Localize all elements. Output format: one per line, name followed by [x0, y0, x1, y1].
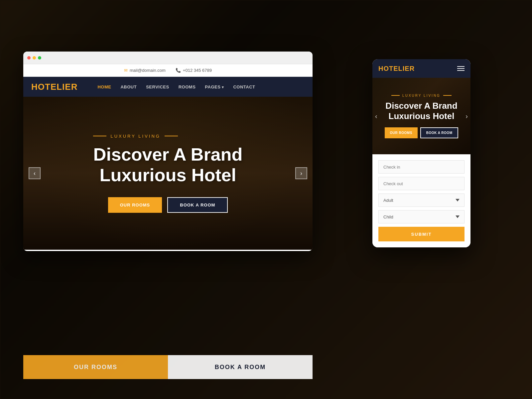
mobile-hero: ‹ LUXURY LIVING Discover A Brand Luxurio…: [372, 78, 470, 154]
bottom-our-rooms-label: OUR ROOMS: [74, 364, 117, 371]
mobile-carousel-prev[interactable]: ‹: [375, 112, 377, 120]
submit-button[interactable]: SUBMIT: [378, 227, 465, 241]
mobile-title-line2: Luxurious Hotel: [389, 111, 455, 121]
mobile-navbar: HOTELIER: [372, 59, 470, 78]
email-info: ✉ mail@domain.com: [124, 68, 166, 73]
browser-close-dot[interactable]: [27, 56, 31, 60]
desktop-browser-window: ✉ mail@domain.com 📞 +012 345 6789 HOTELI…: [23, 52, 313, 251]
hamburger-line-1: [457, 66, 465, 67]
nav-home[interactable]: HOME: [97, 84, 111, 89]
adult-select-wrap: Adult 1 Adult 2 Adults 3 Adults: [378, 194, 465, 207]
hero-title-line1: Discover A Brand: [93, 144, 242, 164]
hero-our-rooms-button[interactable]: OUR ROOMS: [108, 197, 162, 213]
bottom-our-rooms-button[interactable]: OUR ROOMS: [23, 355, 168, 379]
bottom-book-room-button[interactable]: BOOK A ROOM: [168, 355, 313, 379]
phone-text: +012 345 6789: [183, 68, 212, 73]
mobile-hero-title: Discover A Brand Luxurious Hotel: [385, 101, 457, 121]
mail-icon: ✉: [124, 68, 128, 73]
hero-buttons: OUR ROOMS BOOK A ROOM: [93, 197, 242, 213]
hero-title-line2: Luxurious Hotel: [99, 165, 236, 185]
child-select-wrap: Child 1 Child 2 Children: [378, 210, 465, 223]
scene-container: ✉ mail@domain.com 📞 +012 345 6789 HOTELI…: [0, 0, 532, 399]
checkout-input[interactable]: [378, 177, 465, 190]
carousel-prev-arrow[interactable]: ‹: [29, 167, 41, 179]
browser-minimize-dot[interactable]: [33, 56, 36, 60]
mobile-logo[interactable]: HOTELIER: [378, 65, 415, 72]
nav-about[interactable]: ABOUT: [120, 84, 137, 89]
mobile-our-rooms-button[interactable]: OUR ROOMS: [385, 127, 418, 138]
phone-info: 📞 +012 345 6789: [176, 68, 212, 73]
browser-maximize-dot[interactable]: [38, 56, 41, 60]
phone-icon: 📞: [176, 68, 181, 73]
booking-form: Adult 1 Adult 2 Adults 3 Adults Child 1 …: [372, 154, 470, 247]
mobile-hero-buttons: OUR ROOMS BOOK A ROOM: [385, 127, 459, 138]
nav-pages[interactable]: PAGES: [205, 84, 224, 89]
hero-title: Discover A Brand Luxurious Hotel: [93, 144, 242, 185]
email-text: mail@domain.com: [130, 68, 166, 73]
adult-select[interactable]: Adult 1 Adult 2 Adults 3 Adults: [378, 194, 465, 207]
bottom-book-room-label: BOOK A ROOM: [215, 364, 266, 371]
desktop-bottom-buttons: OUR ROOMS BOOK A ROOM: [23, 355, 313, 379]
checkin-input[interactable]: [378, 160, 465, 174]
nav-services[interactable]: SERVICES: [146, 84, 169, 89]
info-bar: ✉ mail@domain.com 📞 +012 345 6789: [23, 64, 313, 77]
hero-content: LUXURY LIVING Discover A Brand Luxurious…: [93, 134, 242, 213]
nav-rooms[interactable]: ROOMS: [179, 84, 196, 89]
hero-book-room-button[interactable]: BOOK A ROOM: [167, 197, 228, 213]
child-select[interactable]: Child 1 Child 2 Children: [378, 210, 465, 223]
mobile-book-room-button[interactable]: BOOK A ROOM: [420, 127, 459, 138]
hamburger-line-2: [457, 68, 465, 69]
mobile-hero-subtitle: LUXURY LIVING: [391, 94, 452, 97]
hamburger-line-3: [457, 70, 465, 71]
carousel-next-arrow[interactable]: ›: [295, 167, 307, 179]
desktop-navbar: HOTELIER HOME ABOUT SERVICES ROOMS PAGES…: [23, 77, 313, 97]
mobile-browser-window: HOTELIER ‹ LUXURY LIVING Discover A Bran…: [372, 59, 470, 247]
desktop-hero: ‹ LUXURY LIVING Discover A Brand Luxurio…: [23, 97, 313, 250]
browser-chrome-bar: [23, 52, 313, 64]
desktop-logo[interactable]: HOTELIER: [31, 82, 77, 92]
mobile-carousel-next[interactable]: ›: [466, 112, 468, 120]
nav-links-container: HOME ABOUT SERVICES ROOMS PAGES CONTACT: [97, 84, 255, 89]
hamburger-menu[interactable]: [457, 66, 465, 71]
hero-subtitle: LUXURY LIVING: [93, 134, 242, 139]
nav-contact[interactable]: CONTACT: [233, 84, 255, 89]
mobile-title-line1: Discover A Brand: [385, 101, 457, 111]
